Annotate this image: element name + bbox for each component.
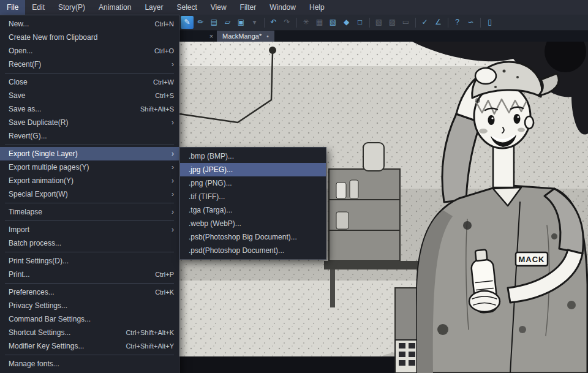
toolbar-divider <box>448 18 448 28</box>
pen-icon[interactable]: ✏ <box>194 16 207 29</box>
menubar-item-view[interactable]: View <box>204 0 233 15</box>
menu-item-special-export[interactable]: Special Export(W)› <box>0 187 179 201</box>
fill-icon[interactable]: ◆ <box>340 16 353 29</box>
tab-close-icon[interactable]: × <box>207 31 216 42</box>
submenu-item-psd[interactable]: .psd(Photoshop Document)... <box>180 244 326 257</box>
gradient-icon[interactable]: ▨ <box>386 16 399 29</box>
undo-icon[interactable]: ↶ <box>267 16 280 29</box>
submenu-arrow-icon: › <box>168 118 174 127</box>
new-canvas-icon[interactable]: ▤ <box>208 16 221 29</box>
crop-icon[interactable]: □ <box>353 16 366 29</box>
open-file-icon[interactable]: ▱ <box>221 16 234 29</box>
toolbar-divider <box>264 18 265 28</box>
menu-item-label: .psb(Photoshop Big Document)... <box>189 233 321 241</box>
menu-item-export-multiple-pages[interactable]: Export multiple pages(Y)› <box>0 160 179 174</box>
menu-item-manage-fonts[interactable]: Manage fonts... <box>0 357 179 371</box>
save-icon[interactable]: ▣ <box>235 16 247 29</box>
toolbar-divider <box>415 18 416 28</box>
menu-item-label: Batch process... <box>9 239 174 247</box>
menu-item-label: Export (Single Layer) <box>9 149 168 158</box>
paste-icon[interactable]: ▧ <box>326 16 339 29</box>
menubar-item-window[interactable]: Window <box>263 0 303 15</box>
frame-border-icon[interactable]: ▭ <box>399 16 412 29</box>
help-icon[interactable]: ? <box>451 16 464 29</box>
menu-item-save-duplicate[interactable]: Save Duplicate(R)› <box>0 116 179 129</box>
menubar-item-filter[interactable]: Filter <box>233 0 263 15</box>
menu-item-label: Save as... <box>9 105 133 113</box>
toolbar-divider <box>369 18 370 28</box>
submenu-arrow-icon: › <box>168 208 174 216</box>
uniform-badge-text: MACK <box>519 255 545 264</box>
menu-item-label: Close <box>9 78 146 86</box>
menu-item-new[interactable]: New...Ctrl+N <box>0 17 179 31</box>
menu-item-batch-process[interactable]: Batch process... <box>0 236 179 250</box>
menu-item-shortcut: Ctrl+Shift+Alt+Y <box>126 342 174 350</box>
menu-item-label: Privacy Settings... <box>9 301 174 310</box>
save-menu-arrow-icon[interactable]: ▾ <box>248 16 261 29</box>
menu-item-privacy-settings[interactable]: Privacy Settings... <box>0 299 179 312</box>
menubar-item-file[interactable]: File <box>0 0 25 15</box>
snap-ruler-icon[interactable]: ✓ <box>418 16 431 29</box>
menubar-item-animation[interactable]: Animation <box>92 0 138 15</box>
menu-item-save-as[interactable]: Save as...Shift+Alt+S <box>0 102 179 116</box>
menu-item-label: New... <box>9 20 148 28</box>
menu-item-label: Timelapse <box>9 208 168 216</box>
menu-separator <box>5 145 174 145</box>
menu-item-label: Command Bar Settings... <box>9 315 174 323</box>
menu-separator <box>5 203 174 203</box>
menu-item-label: Export animation(Y) <box>9 176 168 185</box>
document-tab[interactable]: MackManga* • <box>217 31 274 42</box>
menu-item-save[interactable]: SaveCtrl+S <box>0 89 179 102</box>
export-submenu: .bmp (BMP)... .jpg (JPEG)... .png (PNG).… <box>179 147 326 260</box>
menu-item-label: Modifier Key Settings... <box>9 342 118 350</box>
workspace-panel-icon[interactable]: ▯ <box>483 16 496 29</box>
submenu-arrow-icon: › <box>168 163 174 171</box>
redo-icon[interactable]: ↷ <box>281 16 293 29</box>
snap-icon[interactable]: ✳ <box>300 16 312 29</box>
perspective-ruler-icon[interactable]: ∠ <box>432 16 445 29</box>
menu-item-label: Open... <box>9 47 147 55</box>
menu-item-command-bar-settings[interactable]: Command Bar Settings... <box>0 312 179 326</box>
menu-item-print[interactable]: Print...Ctrl+P <box>0 268 179 281</box>
menu-item-timelapse[interactable]: Timelapse› <box>0 205 179 219</box>
menu-item-open[interactable]: Open...Ctrl+O <box>0 44 179 58</box>
menu-item-preferences[interactable]: Preferences...Ctrl+K <box>0 285 179 299</box>
menu-item-shortcut: Ctrl+K <box>155 288 174 296</box>
menubar-item-help[interactable]: Help <box>303 0 331 15</box>
menubar-item-layer[interactable]: Layer <box>138 0 170 15</box>
submenu-arrow-icon: › <box>168 176 174 185</box>
menubar-item-story[interactable]: Story(P) <box>51 0 92 15</box>
menubar-item-edit[interactable]: Edit <box>25 0 51 15</box>
menubar-item-select[interactable]: Select <box>170 0 203 15</box>
submenu-item-webp[interactable]: .webp (WebP)... <box>180 217 326 230</box>
menu-item-create-from-clipboard[interactable]: Create New from Clipboard <box>0 31 179 44</box>
grid-icon[interactable]: ▦ <box>313 16 326 29</box>
menu-item-export-single-layer[interactable]: Export (Single Layer)› <box>0 147 179 160</box>
curve-tool-icon[interactable]: ∽ <box>464 16 477 29</box>
select-rect-icon[interactable]: ▧ <box>372 16 385 29</box>
toolbar-divider <box>296 18 297 28</box>
menu-item-revert[interactable]: Revert(G)... <box>0 129 179 143</box>
menu-item-label: Export multiple pages(Y) <box>9 163 168 171</box>
menu-item-shortcut-settings[interactable]: Shortcut Settings...Ctrl+Shift+Alt+K <box>0 326 179 339</box>
file-menu: New...Ctrl+N Create New from Clipboard O… <box>0 15 179 373</box>
menu-item-label: .png (PNG)... <box>189 179 321 187</box>
submenu-item-psb[interactable]: .psb(Photoshop Big Document)... <box>180 230 326 244</box>
submenu-item-tif[interactable]: .tif (TIFF)... <box>180 190 326 203</box>
active-tool-icon[interactable]: ✎ <box>181 16 194 29</box>
menu-item-label: Print Settings(D)... <box>9 257 174 265</box>
submenu-item-tga[interactable]: .tga (Targa)... <box>180 203 326 217</box>
menu-item-shortcut: Ctrl+Shift+Alt+K <box>126 329 174 336</box>
menu-item-close[interactable]: CloseCtrl+W <box>0 75 179 89</box>
submenu-item-bmp[interactable]: .bmp (BMP)... <box>180 149 326 163</box>
submenu-item-jpg[interactable]: .jpg (JPEG)... <box>180 163 326 176</box>
menu-item-label: Preferences... <box>9 288 148 296</box>
menu-item-print-settings[interactable]: Print Settings(D)... <box>0 254 179 268</box>
menu-separator <box>5 355 174 355</box>
menu-item-import[interactable]: Import› <box>0 223 179 236</box>
submenu-arrow-icon: › <box>168 149 174 158</box>
menu-item-export-animation[interactable]: Export animation(Y)› <box>0 174 179 187</box>
menu-item-modifier-key-settings[interactable]: Modifier Key Settings...Ctrl+Shift+Alt+Y <box>0 339 179 353</box>
submenu-item-png[interactable]: .png (PNG)... <box>180 176 326 190</box>
menu-item-recent[interactable]: Recent(F)› <box>0 58 179 71</box>
